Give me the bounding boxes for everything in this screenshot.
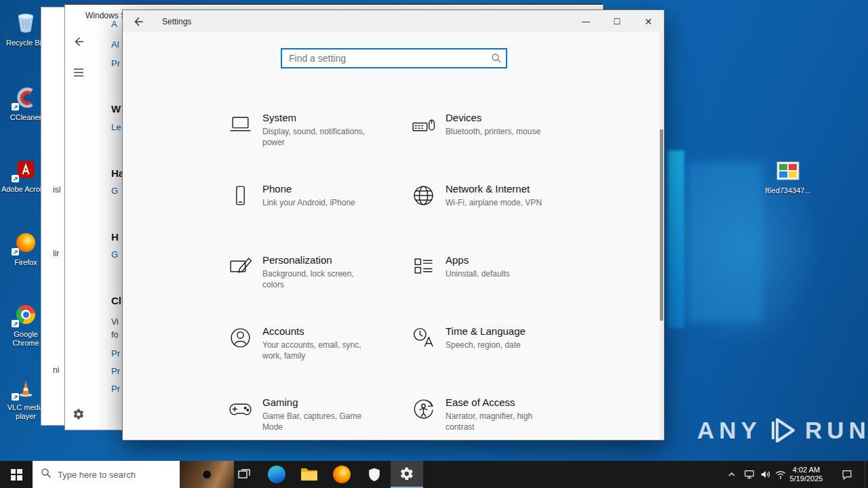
background-text-fragment: lir [53,249,59,258]
taskbar-search-input[interactable] [58,470,156,480]
settings-search [281,48,507,68]
tray-expand-button[interactable] [724,461,739,488]
taskbar-file-explorer-button[interactable] [293,461,326,488]
desktop-icon-label: Firefox [14,258,37,267]
taskbar-firefox-button[interactable] [326,461,358,488]
maximize-button[interactable]: ☐ [601,10,633,33]
clock-date: 5/19/2025 [790,474,823,483]
category-desc: Narrator, magnifier, high contrast [446,411,555,432]
show-desktop-button[interactable] [865,461,868,488]
settings-window: Settings — ☐ ✕ System Displa [122,9,665,441]
settings-category-accounts[interactable]: Accounts Your accounts, email, sync, wor… [228,322,399,361]
category-name: Ease of Access [446,396,555,408]
gear-icon [399,466,414,481]
time-language-icon [411,325,436,350]
category-desc: Background, lock screen, colors [262,268,372,290]
taskbar-clock[interactable]: 4:02 AM 5/19/2025 [784,461,829,488]
anyrun-watermark: ANY RUN [697,415,868,446]
apps-icon [411,254,436,279]
category-name: Network & Internet [446,183,542,195]
category-desc: Your accounts, email, sync, work, family [262,340,372,361]
firefox-icon [16,233,35,252]
wallpaper-beam [668,150,684,328]
settings-category-personalization[interactable]: Personalization Background, lock screen,… [228,251,399,290]
category-name: Gaming [262,396,372,408]
gaming-icon [228,396,253,422]
settings-back-button[interactable] [123,10,154,33]
accounts-icon [228,325,253,350]
task-view-button[interactable] [228,461,260,488]
security-heading-fragment: Cl [111,295,121,306]
settings-category-time-language[interactable]: Time & Language Speech, region, date [411,322,582,350]
security-link-fragment[interactable]: Le [111,122,121,132]
settings-category-phone[interactable]: Phone Link your Android, iPhone [228,180,399,208]
security-settings-button[interactable] [69,405,88,424]
shield-icon [367,467,382,482]
shortcut-arrow-icon [12,393,19,401]
security-back-button[interactable] [69,32,88,51]
desktop: ANY RUN Recycle Bin CCleaner [0,0,868,488]
scrollbar-track[interactable] [660,33,663,439]
personalization-icon [228,254,253,279]
security-text-fragment: fo [111,330,118,340]
wallpaper-beam-wide [687,163,763,323]
shortcut-arrow-icon [12,320,19,327]
clock-time: 4:02 AM [793,466,820,474]
taskbar-settings-button[interactable] [391,461,423,488]
security-link-fragment[interactable]: Pr [111,348,120,359]
security-text-fragment: Vi [111,317,119,327]
security-link-fragment[interactable]: Pr [111,384,120,394]
taskbar-windows-security-button[interactable] [358,461,391,488]
category-name: Devices [446,112,540,123]
settings-category-gaming[interactable]: Gaming Game Bar, captures, Game Mode [228,393,399,432]
taskbar: 4:02 AM 5/19/2025 [0,461,868,488]
action-center-icon [841,468,853,481]
scrollbar-thumb[interactable] [660,129,663,321]
security-link-fragment[interactable]: Al [111,39,119,49]
category-desc: Link your Android, iPhone [262,197,355,208]
desktop-icon-label: f6ed734347... [765,186,810,195]
settings-category-network[interactable]: Network & Internet Wi-Fi, airplane mode,… [411,180,582,208]
shortcut-arrow-icon [12,103,19,110]
category-desc: Uninstall, defaults [446,268,510,279]
settings-category-ease-of-access[interactable]: Ease of Access Narrator, magnifier, high… [411,393,582,432]
category-desc: Wi-Fi, airplane mode, VPN [446,197,542,208]
tray-volume-button[interactable] [758,461,773,488]
settings-titlebar[interactable]: Settings — ☐ ✕ [123,10,664,33]
category-name: Apps [446,254,510,266]
category-name: Accounts [262,325,372,337]
search-icon [491,53,502,66]
back-arrow-icon [73,36,85,47]
security-link-fragment[interactable]: Pr [111,366,120,376]
watermark-text-run: RUN [805,417,868,444]
background-text-fragment: ni [53,365,59,375]
settings-category-apps[interactable]: Apps Uninstall, defaults [411,251,582,279]
search-highlight-image[interactable] [180,461,234,488]
gear-icon [73,408,85,420]
close-button[interactable]: ✕ [633,10,664,33]
security-heading-fragment: W [111,103,121,115]
file-blocks-icon [776,159,800,182]
file-explorer-icon [300,467,318,482]
taskbar-search-box[interactable] [33,461,234,488]
tray-display-button[interactable] [742,461,757,488]
security-link-fragment[interactable]: Pr [111,58,120,68]
settings-category-system[interactable]: System Display, sound, notifications, po… [228,108,399,148]
security-link-fragment[interactable]: G [111,249,118,260]
security-menu-button[interactable] [69,63,88,82]
background-window-strip: isl lir ni [41,7,66,426]
globe-icon [411,183,436,208]
security-link-fragment[interactable]: G [111,186,118,196]
display-icon [743,468,755,481]
action-center-button[interactable] [835,461,859,488]
category-desc: Display, sound, notifications, power [262,126,372,148]
settings-search-input[interactable] [281,48,507,68]
settings-category-devices[interactable]: Devices Bluetooth, printers, mouse [411,108,582,137]
desktop-icon-file-f6ed[interactable]: f6ed734347... [762,157,814,195]
minimize-button[interactable]: — [570,10,601,33]
taskbar-edge-button[interactable] [260,461,293,488]
shortcut-arrow-icon [12,248,19,256]
security-link-fragment[interactable]: A [111,19,117,29]
start-button[interactable] [0,461,33,488]
category-name: Personalization [262,254,372,266]
